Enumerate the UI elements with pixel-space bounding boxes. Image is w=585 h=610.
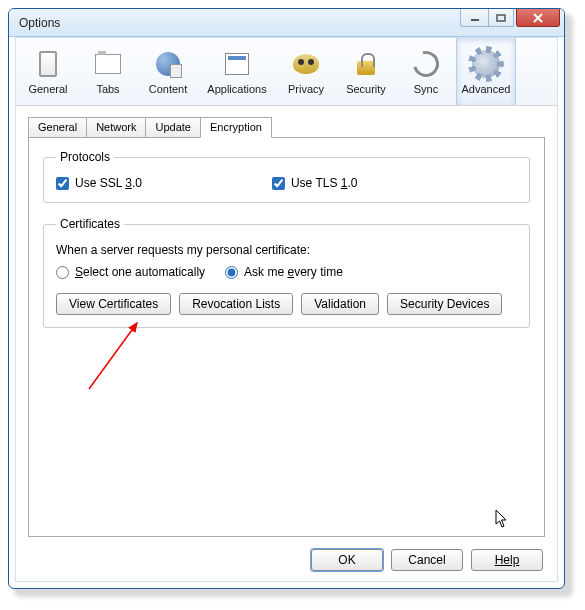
ssl-label: Use SSL 3.0 [75,176,142,190]
category-label: Privacy [288,83,324,95]
tabs-icon [92,48,124,80]
category-security[interactable]: Security [336,38,396,105]
certificates-group: Certificates When a server requests my p… [43,217,530,328]
window-title: Options [19,16,60,30]
category-label: Advanced [462,83,511,95]
ssl-checkbox-input[interactable] [56,177,69,190]
use-ssl-checkbox[interactable]: Use SSL 3.0 [56,176,142,190]
advanced-icon [470,48,502,80]
sub-tabstrip: General Network Update Encryption [28,117,545,138]
use-tls-checkbox[interactable]: Use TLS 1.0 [272,176,358,190]
cancel-button[interactable]: Cancel [391,549,463,571]
ok-button[interactable]: OK [311,549,383,571]
security-devices-button[interactable]: Security Devices [387,293,502,315]
view-certificates-button[interactable]: View Certificates [56,293,171,315]
category-applications[interactable]: Applications [198,38,276,105]
close-button[interactable] [516,9,560,27]
tab-encryption[interactable]: Encryption [200,117,272,138]
radio-select-auto[interactable]: Select one automatically [56,265,205,279]
validation-button[interactable]: Validation [301,293,379,315]
sync-icon [410,48,442,80]
category-label: General [28,83,67,95]
category-label: Tabs [96,83,119,95]
category-sync[interactable]: Sync [396,38,456,105]
tab-update[interactable]: Update [145,117,200,138]
category-content[interactable]: Content [138,38,198,105]
svg-rect-0 [471,19,479,21]
category-label: Applications [207,83,266,95]
tab-network[interactable]: Network [86,117,146,138]
applications-icon [221,48,253,80]
maximize-icon [496,14,506,22]
certificates-legend: Certificates [56,217,124,231]
security-icon [350,48,382,80]
ask-radio-input[interactable] [225,266,238,279]
svg-rect-1 [497,15,505,21]
maximize-button[interactable] [488,9,514,27]
privacy-icon [290,48,322,80]
protocols-legend: Protocols [56,150,114,164]
options-window: Options General Tabs Co [8,8,565,589]
category-general[interactable]: General [18,38,78,105]
titlebar: Options [9,9,564,37]
category-label: Content [149,83,188,95]
minimize-button[interactable] [460,9,488,27]
general-icon [32,48,64,80]
category-label: Sync [414,83,438,95]
close-icon [532,13,544,23]
minimize-icon [470,14,480,22]
tls-checkbox-input[interactable] [272,177,285,190]
category-tabs[interactable]: Tabs [78,38,138,105]
protocols-group: Protocols Use SSL 3.0 Use TLS 1.0 [43,150,530,203]
auto-label: Select one automatically [75,265,205,279]
content-icon [152,48,184,80]
tab-general[interactable]: General [28,117,87,138]
dialog-button-bar: OK Cancel Help [311,549,543,571]
radio-ask-every-time[interactable]: Ask me every time [225,265,343,279]
category-label: Security [346,83,386,95]
auto-radio-input[interactable] [56,266,69,279]
encryption-panel: Protocols Use SSL 3.0 Use TLS 1.0 Certi [28,137,545,537]
category-toolbar: General Tabs Content Applications Privac… [16,38,557,106]
category-privacy[interactable]: Privacy [276,38,336,105]
cert-prompt-text: When a server requests my personal certi… [56,243,517,257]
tls-label: Use TLS 1.0 [291,176,358,190]
revocation-lists-button[interactable]: Revocation Lists [179,293,293,315]
category-advanced[interactable]: Advanced [456,38,516,105]
help-button[interactable]: Help [471,549,543,571]
ask-label: Ask me every time [244,265,343,279]
